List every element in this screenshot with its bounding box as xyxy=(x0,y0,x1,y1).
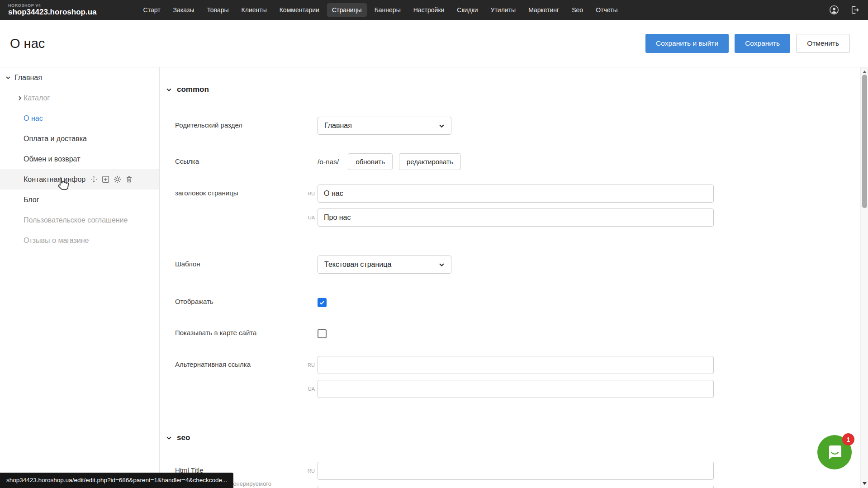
chevron-down-icon[interactable] xyxy=(5,75,11,81)
page-title: О нас xyxy=(10,36,45,51)
sidebar-item-label: Каталог xyxy=(24,94,50,102)
nav-item-comments[interactable]: Комментарии xyxy=(275,3,324,17)
sidebar-item-label: Оплата и доставка xyxy=(24,135,87,143)
sidebar-item-label: Главная xyxy=(14,74,42,82)
nav-item-banners[interactable]: Баннеры xyxy=(370,3,406,17)
html-title-row: Html Title Полная замена title, генериру… xyxy=(166,462,868,488)
header-action-buttons: Сохранить и выйти Сохранить Отменить xyxy=(645,34,850,53)
page-edit-form: common Родительский раздел Главная Ссылк… xyxy=(160,67,868,488)
main-nav: Старт Заказы Товары Клиенты Комментарии … xyxy=(138,3,623,17)
sidebar-item-user-agreement[interactable]: Пользовательское соглашение xyxy=(0,210,159,230)
sitemap-label: Показывать в карте сайта xyxy=(175,329,318,338)
chevron-down-icon xyxy=(439,262,445,268)
lang-tag-ru: RU xyxy=(303,362,315,368)
display-row: Отображать xyxy=(166,298,868,307)
lang-tag-ru: RU xyxy=(303,191,315,196)
alt-link-ru-input[interactable] xyxy=(318,356,714,374)
chat-unread-badge: 1 xyxy=(842,433,854,445)
sidebar-item-exchange-return[interactable]: Обмен и возврат xyxy=(0,149,159,169)
nav-item-products[interactable]: Товары xyxy=(202,3,233,17)
alt-link-label: Альтернативная ссылка xyxy=(175,356,318,404)
display-checkbox[interactable] xyxy=(318,298,327,307)
template-select[interactable]: Текстовая страница xyxy=(318,256,451,274)
top-navigation-bar: HOROSHOP V4 shop34423.horoshop.ua Старт … xyxy=(0,0,868,20)
brand-logo[interactable]: HOROSHOP V4 shop34423.horoshop.ua xyxy=(8,3,97,17)
parent-section-row: Родительский раздел Главная xyxy=(166,117,868,135)
cancel-button[interactable]: Отменить xyxy=(796,34,850,53)
nav-item-clients[interactable]: Клиенты xyxy=(237,3,272,17)
nav-item-seo[interactable]: Seo xyxy=(567,3,588,17)
sidebar-item-label: Пользовательское соглашение xyxy=(24,216,128,224)
triangle-down-icon xyxy=(863,482,867,485)
nav-item-discounts[interactable]: Скидки xyxy=(452,3,483,17)
save-button[interactable]: Сохранить xyxy=(735,34,790,53)
parent-section-value: Главная xyxy=(324,122,352,130)
page-title-row: заголовок страницы RU UA xyxy=(166,185,868,232)
page-title-ua-input[interactable] xyxy=(318,208,714,227)
sidebar-item-label: Обмен и возврат xyxy=(24,155,80,163)
chevron-down-icon xyxy=(166,435,172,441)
chat-widget-button[interactable]: 1 xyxy=(817,435,852,469)
drag-move-icon[interactable] xyxy=(90,175,98,183)
link-edit-button[interactable]: редактировать xyxy=(399,153,461,170)
chevron-down-icon xyxy=(166,87,172,93)
logout-icon[interactable] xyxy=(850,5,860,15)
template-row: Шаблон Текстовая страница xyxy=(166,256,868,274)
sitemap-row: Показывать в карте сайта xyxy=(166,329,868,338)
lang-tag-ua: UA xyxy=(303,386,315,392)
link-path-value: /o-nas/ xyxy=(318,158,339,166)
link-label: Ссылка xyxy=(175,153,318,170)
page-title-label: заголовок страницы xyxy=(175,185,318,232)
status-url-tooltip: shop34423.horoshop.ua/edit/edit.php?id=6… xyxy=(0,473,233,488)
brand-version-label: HOROSHOP V4 xyxy=(8,3,97,8)
sidebar-item-payment-delivery[interactable]: Оплата и доставка xyxy=(0,128,159,149)
user-avatar-icon[interactable] xyxy=(829,5,839,15)
alt-link-row: Альтернативная ссылка RU UA xyxy=(166,356,868,404)
checkmark-icon xyxy=(319,299,325,306)
sidebar-item-contact-info[interactable]: Контактная инфор xyxy=(0,169,159,190)
gear-icon[interactable] xyxy=(114,175,121,183)
chevron-right-icon[interactable] xyxy=(17,95,23,101)
nav-item-start[interactable]: Старт xyxy=(138,3,166,17)
scrollbar-down-arrow[interactable] xyxy=(861,480,868,487)
tree-item-actions xyxy=(90,175,133,183)
nav-item-orders[interactable]: Заказы xyxy=(168,3,199,17)
page-title-ru-input[interactable] xyxy=(318,185,714,203)
nav-item-reports[interactable]: Отчеты xyxy=(591,3,622,17)
nav-item-pages[interactable]: Страницы xyxy=(327,3,367,17)
link-row: Ссылка /o-nas/ обновить редактировать xyxy=(166,153,868,170)
sidebar-item-blog[interactable]: Блог xyxy=(0,190,159,210)
nav-item-utilities[interactable]: Утилиты xyxy=(486,3,521,17)
sidebar-item-home[interactable]: Главная xyxy=(0,67,159,88)
parent-section-label: Родительский раздел xyxy=(175,117,318,135)
save-and-exit-button[interactable]: Сохранить и выйти xyxy=(645,34,729,53)
alt-link-ua-input[interactable] xyxy=(318,380,714,398)
lang-tag-ua: UA xyxy=(303,215,315,220)
trash-icon[interactable] xyxy=(125,175,133,183)
sidebar-item-about[interactable]: О нас xyxy=(0,108,159,128)
brand-domain-label: shop34423.horoshop.ua xyxy=(8,8,97,17)
section-seo-header[interactable]: seo xyxy=(166,432,868,443)
sidebar-item-label: Контактная инфор xyxy=(24,175,85,184)
section-common-header[interactable]: common xyxy=(166,84,868,95)
pages-tree-sidebar: Главная Каталог О нас Оплата и доставка … xyxy=(0,67,160,488)
nav-item-marketing[interactable]: Маркетинг xyxy=(523,3,564,17)
scrollbar-thumb[interactable] xyxy=(862,75,867,208)
sitemap-checkbox[interactable] xyxy=(318,329,327,338)
topbar-right-icons xyxy=(829,5,860,15)
parent-section-select[interactable]: Главная xyxy=(318,117,451,135)
sidebar-item-label: Блог xyxy=(24,196,39,204)
page-body: Главная Каталог О нас Оплата и доставка … xyxy=(0,67,868,488)
add-page-icon[interactable] xyxy=(102,175,109,183)
html-title-ua-input[interactable] xyxy=(318,486,714,488)
nav-item-settings[interactable]: Настройки xyxy=(408,3,450,17)
sidebar-item-store-reviews[interactable]: Отзывы о магазине xyxy=(0,230,159,251)
display-label: Отображать xyxy=(175,298,318,307)
html-title-ru-input[interactable] xyxy=(318,462,714,480)
vertical-scrollbar[interactable] xyxy=(860,67,868,488)
page-header: О нас Сохранить и выйти Сохранить Отмени… xyxy=(0,20,868,67)
sidebar-item-catalog[interactable]: Каталог xyxy=(0,88,159,108)
section-common-title: common xyxy=(177,85,209,94)
triangle-up-icon xyxy=(863,71,867,73)
link-refresh-button[interactable]: обновить xyxy=(348,153,393,170)
